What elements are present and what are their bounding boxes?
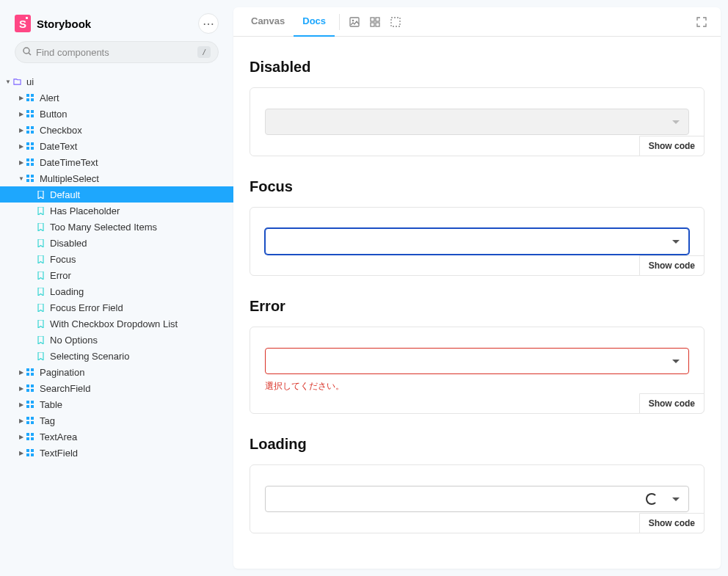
chevron-down-icon <box>672 120 680 124</box>
bookmark-icon <box>35 271 46 280</box>
ellipsis-icon: ⋯ <box>203 17 215 31</box>
tree-component-searchfield[interactable]: ▶ SearchField <box>0 380 233 396</box>
tree-component-multipleselect[interactable]: ▼ MultipleSelect <box>0 170 233 186</box>
tree-component-datetext[interactable]: ▶ DateText <box>0 138 233 154</box>
bookmark-icon <box>35 336 46 344</box>
tree-story-loading[interactable]: Loading <box>0 283 233 299</box>
tree-component-table[interactable]: ▶ Table <box>0 396 233 412</box>
tree-story-too-many-selected[interactable]: Too Many Selected Items <box>0 219 233 235</box>
image-icon[interactable] <box>344 12 365 32</box>
section-title-focus: Focus <box>250 178 705 195</box>
chevron-down-icon <box>672 497 680 501</box>
tree-label: No Options <box>50 335 98 346</box>
grid-icon[interactable] <box>365 12 385 32</box>
bookmark-icon <box>35 223 46 231</box>
section-title-error: Error <box>250 298 705 315</box>
tree-story-selecting-scenario[interactable]: Selecting Scenario <box>0 348 233 364</box>
svg-rect-2 <box>26 94 29 97</box>
multipleselect-error[interactable] <box>265 348 689 374</box>
component-icon <box>25 142 35 150</box>
svg-rect-23 <box>31 175 34 178</box>
svg-rect-26 <box>26 368 29 371</box>
svg-rect-11 <box>31 126 34 129</box>
tab-canvas[interactable]: Canvas <box>242 7 294 37</box>
tree-label: Table <box>40 399 62 410</box>
tree-component-datetimetext[interactable]: ▶ DateTimeText <box>0 154 233 170</box>
tree-label: Checkbox <box>40 125 82 136</box>
svg-rect-33 <box>31 389 34 392</box>
tab-docs[interactable]: Docs <box>294 7 335 37</box>
svg-rect-4 <box>26 98 29 101</box>
tree-story-error[interactable]: Error <box>0 267 233 283</box>
fullscreen-icon[interactable] <box>691 12 712 32</box>
tree-label: DateTimeText <box>40 157 98 168</box>
svg-rect-54 <box>371 23 374 26</box>
tree-label: MultipleSelect <box>40 173 99 184</box>
preview-error: 選択してください。 Show code <box>250 327 705 414</box>
tree-component-pagination[interactable]: ▶ Pagination <box>0 364 233 380</box>
svg-rect-13 <box>31 131 34 134</box>
tree-story-has-placeholder[interactable]: Has Placeholder <box>0 203 233 219</box>
search-box[interactable]: / <box>15 41 219 63</box>
preview-focus: Show code <box>250 207 705 276</box>
shortcut-key: / <box>197 46 211 58</box>
component-icon <box>25 94 35 101</box>
show-code-button[interactable]: Show code <box>639 255 705 276</box>
svg-rect-15 <box>31 142 34 145</box>
show-code-button[interactable]: Show code <box>639 393 705 414</box>
preview-loading: Show code <box>250 464 705 533</box>
component-icon <box>25 126 35 134</box>
docs-content[interactable]: Disabled Show code Focus Show code Error <box>233 37 721 569</box>
svg-point-0 <box>23 48 29 54</box>
tree-label: Disabled <box>50 238 87 249</box>
tree-component-textfield[interactable]: ▶ TextField <box>0 445 233 461</box>
show-code-button[interactable]: Show code <box>639 136 705 156</box>
show-code-button[interactable]: Show code <box>639 513 705 533</box>
svg-rect-6 <box>26 110 29 113</box>
section-title-loading: Loading <box>250 436 705 453</box>
caret-right-icon: ▶ <box>18 95 25 101</box>
caret-right-icon: ▶ <box>18 401 25 408</box>
outline-icon[interactable] <box>385 12 406 32</box>
tree-component-button[interactable]: ▶ Button <box>0 106 233 122</box>
logo[interactable]: S Storybook <box>15 15 91 32</box>
search-input[interactable] <box>36 47 197 58</box>
svg-line-1 <box>29 53 31 55</box>
caret-right-icon: ▶ <box>18 143 25 150</box>
tree-story-disabled[interactable]: Disabled <box>0 235 233 251</box>
svg-rect-35 <box>31 401 34 404</box>
svg-rect-55 <box>376 23 379 26</box>
caret-right-icon: ▶ <box>18 418 25 424</box>
bookmark-icon <box>35 304 46 312</box>
caret-right-icon: ▶ <box>18 127 25 134</box>
tree-folder-ui[interactable]: ▼ ui <box>0 73 233 90</box>
svg-rect-48 <box>26 453 29 456</box>
tree-component-tag[interactable]: ▶ Tag <box>0 412 233 429</box>
tree-story-no-options[interactable]: No Options <box>0 332 233 348</box>
tree-story-focus[interactable]: Focus <box>0 251 233 267</box>
svg-rect-3 <box>31 94 34 97</box>
svg-rect-45 <box>31 437 34 440</box>
tree-label: DateText <box>40 141 77 152</box>
tree-story-with-checkbox-dropdown[interactable]: With Checkbox Dropdown List <box>0 316 233 332</box>
tree-label: Selecting Scenario <box>50 351 129 362</box>
svg-rect-5 <box>31 98 34 101</box>
svg-rect-9 <box>31 114 34 117</box>
multipleselect-focus[interactable] <box>265 228 689 255</box>
svg-rect-31 <box>31 384 34 387</box>
tree-component-checkbox[interactable]: ▶ Checkbox <box>0 122 233 138</box>
tree-story-focus-error-field[interactable]: Focus Error Field <box>0 299 233 316</box>
tree-story-default[interactable]: Default <box>0 186 233 203</box>
svg-rect-14 <box>26 142 29 145</box>
component-icon <box>25 175 35 182</box>
tree-component-alert[interactable]: ▶ Alert <box>0 90 233 106</box>
tree-component-textarea[interactable]: ▶ TextArea <box>0 429 233 445</box>
more-button[interactable]: ⋯ <box>198 13 219 34</box>
tree-label: Focus Error Field <box>50 302 123 313</box>
caret-right-icon: ▶ <box>18 450 25 456</box>
tree-label: Error <box>50 270 71 281</box>
bookmark-icon <box>35 191 46 199</box>
multipleselect-loading[interactable] <box>265 486 689 512</box>
tree-label: With Checkbox Dropdown List <box>50 318 178 329</box>
svg-rect-22 <box>26 175 29 178</box>
